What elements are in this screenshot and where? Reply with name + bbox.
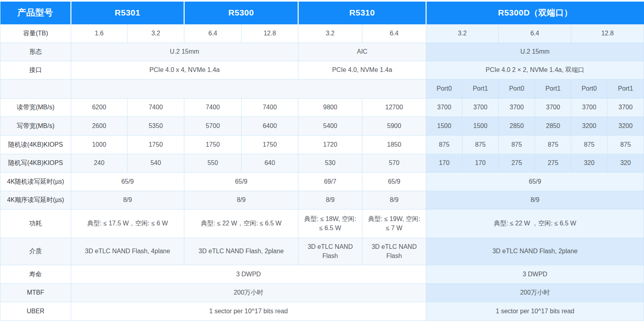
spec-cell: 典型: ≤ 17.5 W，空闲: ≤ 6 W [71,209,184,238]
spec-cell: 8/9 [184,191,298,209]
spec-cell: 1750 [184,135,242,154]
spec-cell: 550 [184,154,242,172]
spec-cell: 875 [426,135,462,154]
row-label: 接口 [0,61,71,79]
spec-cell: 875 [499,135,535,154]
table-header: 产品型号 R5301R5300R5310R5300D（双端口） [0,2,644,24]
spec-cell: 69/7 [298,172,362,191]
spec-cell: 570 [362,154,426,172]
spec-row: 随机读(4KB)KIOPS100017501750175017201850875… [0,135,644,154]
spec-cell: 典型: ≤ 18W, 空闲: ≤ 6.5 W [298,209,362,238]
spec-cell: 200万小时 [426,283,644,302]
spec-cell: 6200 [71,98,128,116]
corner-header-product-model: 产品型号 [0,2,71,24]
table-body: 容量(TB)1.63.26.412.83.26.43.26.412.8形态U.2… [0,24,644,320]
spec-cell: 12.8 [242,24,298,43]
spec-cell: 8/9 [426,191,644,209]
spec-cell: 3D eTLC NAND Flash, 2plane [184,238,298,265]
row-label: UBER [0,302,71,320]
spec-cell: 1850 [362,135,426,154]
spec-cell: 7400 [242,98,298,116]
spec-cell: 典型: ≤ 19W, 空闲: ≤ 7 W [362,209,426,238]
spec-cell: 65/9 [362,172,426,191]
spec-cell: 875 [571,135,607,154]
row-label: 4K顺序读写延时(µs) [0,191,71,209]
spec-cell: Port0 [426,79,462,98]
spec-cell: AIC [298,43,426,61]
spec-row: Port0Port1Port0Port1Port0Port1 [0,79,644,98]
spec-cell: 240 [71,154,128,172]
spec-cell: 8/9 [298,191,362,209]
row-label: 寿命 [0,265,71,283]
row-label: 容量(TB) [0,24,71,43]
spec-cell: 200万小时 [71,283,426,302]
spec-cell: 530 [298,154,362,172]
spec-cell: 3.2 [426,24,499,43]
spec-cell: 8/9 [71,191,184,209]
spec-cell: 320 [607,154,644,172]
spec-row: 随机写(4KB)KIOPS240540550640530570170170275… [0,154,644,172]
spec-cell: 7400 [184,98,242,116]
spec-cell: 5400 [298,116,362,135]
spec-cell: 3700 [426,98,462,116]
spec-cell: 875 [462,135,499,154]
spec-cell: PCIe 4.0 x 4, NVMe 1.4a [71,61,298,79]
spec-cell: 1720 [298,135,362,154]
spec-cell: 2850 [535,116,571,135]
row-label: 形态 [0,43,71,61]
spec-cell: 3200 [571,116,607,135]
spec-row: 功耗典型: ≤ 17.5 W，空闲: ≤ 6 W典型: ≤ 22 W，空闲: ≤… [0,209,644,238]
spec-cell: Port1 [535,79,571,98]
spec-cell [71,79,426,98]
spec-cell: 875 [607,135,644,154]
spec-cell: 3D eTLC NAND Flash, 2plane [426,238,644,265]
spec-cell: 1.6 [71,24,128,43]
row-label: 介质 [0,238,71,265]
spec-cell: 12700 [362,98,426,116]
spec-cell: 3 DWPD [426,265,644,283]
spec-cell: PCIe 4.0, NVMe 1.4a [298,61,426,79]
spec-cell: 5350 [128,116,184,135]
spec-cell: 1750 [242,135,298,154]
spec-row: 寿命3 DWPD3 DWPD [0,265,644,283]
row-label: 功耗 [0,209,71,238]
spec-cell: 3700 [607,98,644,116]
header-group-r5300d: R5300D（双端口） [426,2,644,24]
spec-row: 读带宽(MB/s)6200740074007400980012700370037… [0,98,644,116]
spec-cell: 3700 [499,98,535,116]
spec-cell: 3.2 [128,24,184,43]
product-spec-page: 产品型号 R5301R5300R5310R5300D（双端口） 容量(TB)1.… [0,0,644,321]
row-label: 随机写(4KB)KIOPS [0,154,71,172]
spec-cell: 1 sector per 10^17 bits read [426,302,644,320]
spec-cell: 3.2 [298,24,362,43]
spec-cell: 3700 [571,98,607,116]
spec-cell: Port1 [462,79,499,98]
spec-row: 写带宽(MB/s)2600535057006400540059001500150… [0,116,644,135]
spec-cell: 320 [571,154,607,172]
spec-cell: 640 [242,154,298,172]
spec-cell: 1 sector per 10^17 bits read [71,302,426,320]
spec-cell: Port0 [571,79,607,98]
spec-row: 4K随机读写延时(µs)65/965/969/765/965/9 [0,172,644,191]
row-label: 4K随机读写延时(µs) [0,172,71,191]
spec-cell: 2850 [499,116,535,135]
spec-cell: 170 [462,154,499,172]
spec-cell: 3D eTLC NAND Flash [362,238,426,265]
row-label [0,79,71,98]
spec-cell: 1000 [71,135,128,154]
spec-cell: 8/9 [362,191,426,209]
spec-cell: 2600 [71,116,128,135]
spec-cell: U.2 15mm [426,43,644,61]
spec-cell: 3200 [607,116,644,135]
spec-cell: 1750 [128,135,184,154]
spec-cell: 65/9 [184,172,298,191]
spec-cell: 6.4 [184,24,242,43]
spec-cell: 6400 [242,116,298,135]
spec-cell: 65/9 [71,172,184,191]
spec-cell: U.2 15mm [71,43,298,61]
header-row: 产品型号 R5301R5300R5310R5300D（双端口） [0,2,644,24]
spec-cell: 275 [535,154,571,172]
row-label: 随机读(4KB)KIOPS [0,135,71,154]
spec-cell: 3700 [462,98,499,116]
spec-cell: 3D eTLC NAND Flash, 4plane [71,238,184,265]
